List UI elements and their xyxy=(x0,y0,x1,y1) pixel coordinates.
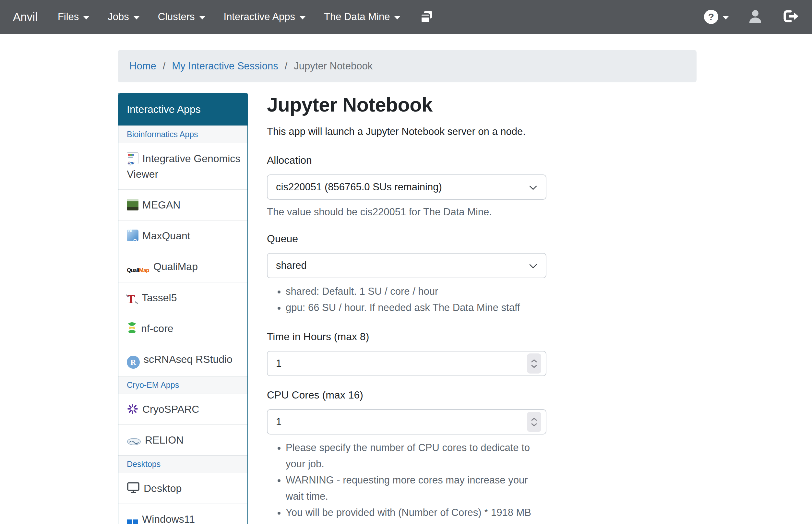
queue-field: Queue shared shared: Default. 1 SU / cor… xyxy=(267,233,546,316)
help-dropdown[interactable]: ? xyxy=(704,10,729,24)
cores-input[interactable] xyxy=(267,410,546,434)
cores-label: CPU Cores (max 16) xyxy=(267,389,546,401)
queue-help-item: gpu: 66 SU / hour. If needed ask The Dat… xyxy=(286,300,538,316)
nav-jobs[interactable]: Jobs xyxy=(107,11,139,23)
sidebar-item-desktop[interactable]: Desktop xyxy=(118,473,247,504)
sidebar-item-label: Desktop xyxy=(144,482,182,494)
nav-files[interactable]: Files xyxy=(58,11,89,23)
nav-interactive-apps[interactable]: Interactive Apps xyxy=(224,11,306,23)
qualimap-icon: QualiMap xyxy=(127,266,149,275)
sidebar-item-windows11[interactable]: Windows11 xyxy=(118,504,247,524)
sidebar-item-cryosparc[interactable]: CryoSPARC xyxy=(118,394,247,424)
allocation-label: Allocation xyxy=(267,154,546,166)
breadcrumb-home[interactable]: Home xyxy=(129,60,156,72)
tassel5-icon: T xyxy=(127,293,138,305)
user-icon xyxy=(748,9,763,25)
cores-field: CPU Cores (max 16) Please specify the nu… xyxy=(267,389,546,524)
sidebar-item-maxquant[interactable]: MQ MaxQuant xyxy=(118,220,247,251)
sidebar-item-label: Integrative Genomics Viewer xyxy=(127,153,240,180)
sidebar-item-relion[interactable]: RELION xyxy=(118,424,247,455)
nav-the-data-mine[interactable]: The Data Mine xyxy=(324,11,400,23)
app-description: This app will launch a Jupyter Notebook … xyxy=(267,126,546,137)
cores-help-item: Please specify the number of CPU cores t… xyxy=(286,440,538,472)
stepper-up-button[interactable] xyxy=(531,417,537,421)
sidebar-item-label: scRNAseq RStudio xyxy=(144,354,232,365)
stepper-down-button[interactable] xyxy=(531,364,537,369)
page-title: Jupyter Notebook xyxy=(267,93,546,116)
sidebar-item-qualimap[interactable]: QualiMap QualiMap xyxy=(118,251,247,282)
cores-help-list: Please specify the number of CPU cores t… xyxy=(267,440,546,524)
sign-out-icon xyxy=(782,9,799,24)
cores-help-item: WARNING - requesting more cores may incr… xyxy=(286,472,538,505)
allocation-select[interactable]: cis220051 (856765.0 SUs remaining) xyxy=(267,175,546,200)
caret-down-icon xyxy=(723,16,729,19)
chevron-down-icon xyxy=(529,260,537,272)
brand-anvil[interactable]: Anvil xyxy=(13,10,38,23)
breadcrumb-separator: / xyxy=(278,60,294,72)
chevron-down-icon xyxy=(529,181,537,193)
relion-icon xyxy=(127,438,141,445)
desktop-icon xyxy=(127,481,140,494)
caret-down-icon xyxy=(299,16,306,19)
sidebar-item-label: nf-core xyxy=(141,323,173,334)
sidebar-title: Interactive Apps xyxy=(118,93,247,126)
allocation-help: The value should be cis220051 for The Da… xyxy=(267,206,546,218)
caret-down-icon xyxy=(133,16,140,19)
nav-the-data-mine-label: The Data Mine xyxy=(324,11,390,23)
time-label: Time in Hours (max 8) xyxy=(267,331,546,343)
nav-jobs-label: Jobs xyxy=(107,11,129,23)
cryosparc-icon xyxy=(127,403,138,415)
app-form: Jupyter Notebook This app will launch a … xyxy=(267,93,546,524)
sidebar-item-megan[interactable]: MEGAN xyxy=(118,190,247,220)
sidebar-section-cryo-em-apps: Cryo-EM Apps xyxy=(118,376,247,394)
sidebar-item-label: CryoSPARC xyxy=(142,403,199,415)
time-input[interactable] xyxy=(267,351,546,376)
time-field: Time in Hours (max 8) xyxy=(267,331,546,376)
top-navbar: Anvil Files Jobs Clusters Interactive Ap… xyxy=(0,0,812,34)
rstudio-icon: R xyxy=(127,356,140,369)
breadcrumb-my-interactive-sessions[interactable]: My Interactive Sessions xyxy=(172,60,278,72)
sidebar-item-label: QualiMap xyxy=(153,261,198,272)
number-stepper xyxy=(527,412,541,432)
sidebar-item-label: Tassel5 xyxy=(142,292,177,304)
stepper-up-button[interactable] xyxy=(531,359,537,363)
sidebar-item-label: MEGAN xyxy=(142,199,180,211)
queue-select[interactable]: shared xyxy=(267,253,546,278)
sidebar-item-scrnaseq-rstudio[interactable]: R scRNAseq RStudio xyxy=(118,344,247,376)
allocation-selected-value: cis220051 (856765.0 SUs remaining) xyxy=(276,181,442,193)
sign-out-button[interactable] xyxy=(782,9,799,24)
nav-interactive-apps-label: Interactive Apps xyxy=(224,11,295,23)
sidebar-item-nf-core[interactable]: nf-core xyxy=(118,313,247,344)
cores-help-item: You will be provided with (Number of Cor… xyxy=(286,505,538,524)
igv-icon: igv xyxy=(127,152,138,164)
breadcrumb-separator: / xyxy=(156,60,172,72)
queue-help-item: shared: Default. 1 SU / core / hour xyxy=(286,283,538,300)
allocation-field: Allocation cis220051 (856765.0 SUs remai… xyxy=(267,154,546,218)
nav-clusters[interactable]: Clusters xyxy=(158,11,205,23)
breadcrumb: Home / My Interactive Sessions / Jupyter… xyxy=(118,50,697,82)
breadcrumb-current: Jupyter Notebook xyxy=(294,60,372,72)
queue-label: Queue xyxy=(267,233,546,245)
interactive-apps-panel: Interactive Apps Bioinformatics Apps igv… xyxy=(118,93,248,524)
window-restore-icon xyxy=(419,9,434,25)
sidebar-item-tassel5[interactable]: T Tassel5 xyxy=(118,282,247,313)
caret-down-icon xyxy=(199,16,205,19)
caret-down-icon xyxy=(83,16,89,19)
sidebar-item-label: MaxQuant xyxy=(142,230,190,242)
my-interactive-sessions-button[interactable] xyxy=(419,9,434,25)
question-circle-icon: ? xyxy=(704,10,718,24)
number-stepper xyxy=(527,354,541,374)
sidebar-section-desktops: Desktops xyxy=(118,455,247,473)
user-button[interactable] xyxy=(748,9,763,25)
caret-down-icon xyxy=(394,16,400,19)
queue-help-list: shared: Default. 1 SU / core / hour gpu:… xyxy=(267,283,546,316)
nf-core-icon xyxy=(127,322,137,334)
stepper-down-button[interactable] xyxy=(531,423,537,427)
maxquant-icon: MQ xyxy=(127,230,138,241)
sidebar-item-integrative-genomics-viewer[interactable]: igv Integrative Genomics Viewer xyxy=(118,143,247,190)
nav-clusters-label: Clusters xyxy=(158,11,195,23)
sidebar-item-label: RELION xyxy=(145,434,184,446)
nav-files-label: Files xyxy=(58,11,79,23)
queue-selected-value: shared xyxy=(276,260,307,272)
megan-icon xyxy=(127,199,138,210)
